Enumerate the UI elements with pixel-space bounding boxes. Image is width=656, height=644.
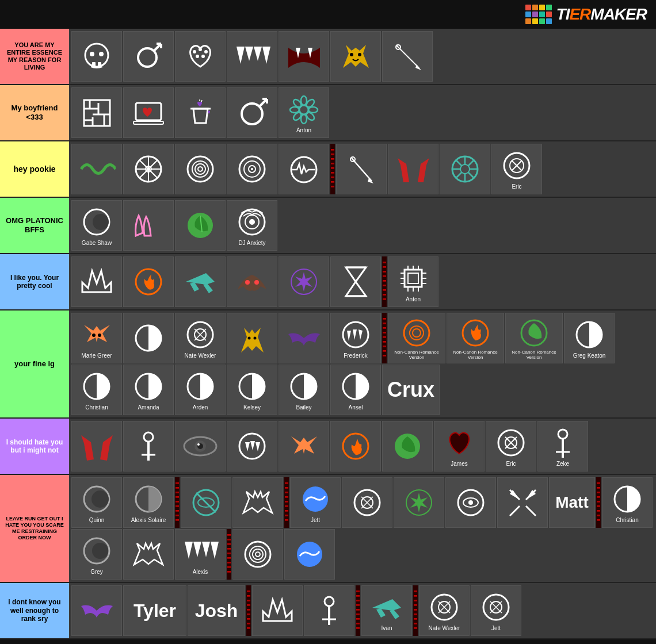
svg-point-68	[254, 280, 259, 285]
flame-orange-icon	[128, 264, 169, 299]
moon-gabe-icon	[77, 205, 117, 240]
matt-label: Matt	[555, 493, 589, 512]
list-item: Josh	[188, 585, 245, 636]
svg-point-49	[460, 164, 470, 174]
item-label: Bailey	[296, 404, 311, 411]
list-item: Nate Wexler	[175, 313, 226, 363]
svg-point-0	[85, 44, 108, 67]
cup-hearts-icon	[180, 95, 220, 130]
wave-blue-icon	[295, 482, 335, 517]
tier-content-s	[69, 29, 656, 84]
svg-point-67	[245, 280, 250, 285]
list-item	[440, 144, 490, 194]
tier-row-g: LEAVE RUN GET OUT I HATE YOU YOU SCARE M…	[0, 475, 656, 583]
list-item	[71, 144, 122, 194]
divider	[330, 144, 335, 194]
tier-content-f: James Eric Zeke	[69, 419, 656, 474]
item-label: Quinn	[89, 517, 105, 523]
item-label: Anton	[406, 296, 421, 302]
list-item: Kelsey	[227, 365, 277, 415]
svg-point-11	[204, 50, 208, 53]
eye-slash-icon	[186, 485, 226, 520]
kelsey-icon	[232, 370, 272, 404]
list-item: Crux	[382, 365, 440, 415]
list-item	[175, 200, 226, 251]
svg-point-13	[201, 55, 205, 58]
svg-point-26	[301, 96, 307, 105]
list-item: Quinn	[71, 477, 122, 528]
list-item	[71, 31, 122, 82]
list-item: Jett	[471, 585, 521, 636]
svg-point-132	[92, 543, 108, 559]
list-item	[279, 313, 329, 363]
tier-label-b: hey pookie	[0, 141, 69, 197]
list-item: Nate Wexler	[419, 585, 470, 636]
list-item	[175, 31, 226, 82]
list-item	[252, 585, 303, 636]
item-label: Non-Canon Romance Version	[510, 350, 559, 361]
list-item	[336, 144, 387, 194]
skull-icon	[77, 39, 117, 74]
svg-point-102	[144, 432, 153, 442]
airplane-ivan-icon	[367, 591, 407, 625]
maze-icon	[77, 95, 117, 130]
svg-point-129	[468, 500, 473, 505]
tier-row-f: I should hate you but i might not	[0, 419, 656, 475]
list-item	[71, 421, 122, 471]
logo-grid	[525, 5, 552, 24]
svg-point-108	[197, 443, 200, 446]
tier-label-g: LEAVE RUN GET OUT I HATE YOU YOU SCARE M…	[0, 475, 69, 582]
non-canon3-icon	[514, 316, 554, 350]
list-item	[123, 256, 174, 307]
item-label: James	[451, 461, 467, 467]
tier-content-e: Marie Greer Nate Wexler	[69, 310, 656, 417]
svg-rect-71	[408, 273, 418, 283]
tier-content-b: Eric	[69, 141, 656, 197]
logo-cell	[546, 12, 552, 17]
cpu-icon	[393, 262, 433, 296]
item-label: Alexis	[193, 569, 208, 575]
svg-point-114	[558, 430, 567, 439]
spiky-crown-icon	[77, 264, 117, 299]
list-item	[175, 87, 226, 138]
list-item: Marie Greer	[71, 313, 122, 363]
list-item	[71, 585, 122, 636]
open-eye-icon	[451, 485, 491, 520]
devil-horns-icon	[77, 429, 117, 463]
list-item	[284, 529, 335, 580]
fangs-frederick-icon	[335, 318, 376, 352]
list-item	[227, 256, 277, 307]
list-item: Ivan	[361, 585, 412, 636]
list-item	[181, 477, 231, 528]
list-item: Greg Keaton	[564, 313, 615, 363]
svg-point-85	[98, 334, 101, 337]
creature2-icon	[128, 537, 169, 572]
divider	[246, 585, 251, 636]
svg-point-84	[92, 334, 96, 337]
svg-point-9	[193, 50, 196, 53]
svg-point-61	[93, 214, 109, 230]
item-label: Marie Greer	[81, 352, 112, 359]
dp-jett2-icon	[476, 591, 516, 625]
svg-point-28	[308, 107, 318, 113]
header: TiERMAKER	[0, 0, 656, 29]
list-item	[71, 256, 122, 307]
alexis-fangs-icon	[180, 534, 220, 569]
svg-line-55	[468, 172, 474, 178]
svg-line-57	[456, 172, 462, 178]
amanda-icon	[128, 370, 169, 404]
needle-icon	[387, 39, 428, 74]
crux-label: Crux	[387, 378, 434, 402]
quinn-icon	[77, 482, 117, 517]
item-label: Eric	[506, 461, 516, 467]
list-item: Non-Canon Romance Version	[447, 313, 504, 363]
tiermaker-logo: TiERMAKER	[525, 5, 647, 24]
list-item: Christian	[602, 477, 653, 528]
green-leaf2-icon	[387, 429, 428, 463]
grey-icon	[77, 534, 117, 569]
gold-wolf-icon	[232, 321, 272, 355]
item-label: Amanda	[138, 404, 159, 411]
cat-cross-icon	[502, 485, 543, 520]
item-label: Ansel	[348, 404, 363, 411]
list-item	[394, 477, 444, 528]
